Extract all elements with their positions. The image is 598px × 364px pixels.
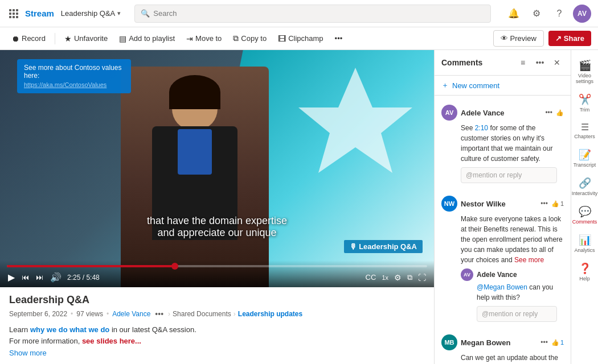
unfavorite-button[interactable]: ★ Unfavorite (60, 32, 112, 46)
comment-header: NW Nestor Wilke ••• 👍 1 (441, 196, 564, 212)
video-views: 97 views (76, 310, 103, 318)
meta-sep-1: • (71, 310, 73, 318)
time-display: 2:25 / 5:48 (67, 274, 100, 282)
comment-item: AV Adele Vance ••• 👍 See 2:10 for some o… (435, 100, 571, 191)
plus-icon: ＋ (441, 80, 449, 90)
interactivity-icon-item[interactable]: 🔗 Interactivity (571, 172, 598, 201)
skip-forward-button[interactable]: ⏭ (35, 272, 44, 283)
video-meta: September 6, 2022 • 97 views • Adele Van… (9, 308, 425, 320)
side-icon-label: Transcript (574, 162, 596, 168)
comment-like[interactable]: 👍 1 (551, 200, 564, 208)
transcript-icon-item[interactable]: 📝 Transcript (571, 144, 598, 172)
comment-more-button[interactable]: ••• (540, 338, 548, 346)
comments-header: Comments ≡ ••• ✕ (435, 50, 571, 76)
nav-title-area: Leadership Q&A ▾ (61, 9, 121, 18)
help-side-icon-item[interactable]: ❓ Help (571, 258, 598, 286)
fullscreen-button[interactable]: ⛶ (417, 272, 427, 283)
move-icon: ⇥ (186, 34, 193, 43)
show-more-button[interactable]: Show more (9, 349, 425, 357)
chapters-icon: ☰ (581, 122, 589, 133)
app-grid-icon[interactable] (7, 7, 21, 20)
video-author[interactable]: Adele Vance (112, 310, 150, 318)
record-button[interactable]: ⏺ Record (7, 32, 50, 46)
speed-button[interactable]: 1x (380, 273, 390, 282)
video-settings-icon-item[interactable]: 🎬 Video settings (571, 55, 598, 89)
side-icon-label: Interactivity (572, 191, 598, 196)
tooltip-link[interactable]: https://aka.ms/ContosoValues (24, 81, 107, 88)
progress-bar[interactable] (7, 265, 427, 267)
progress-fill (7, 265, 175, 267)
user-avatar[interactable]: AV (573, 5, 591, 23)
side-icon-label: Chapters (574, 134, 595, 139)
search-box[interactable]: 🔍 (134, 5, 491, 23)
video-title: Leadership Q&A (9, 294, 425, 306)
sort-comments-button[interactable]: ≡ (516, 56, 530, 69)
search-input[interactable] (153, 9, 485, 18)
new-comment-button[interactable]: ＋ New comment (435, 76, 571, 96)
comment-more-button[interactable]: ••• (545, 109, 552, 117)
add-to-playlist-button[interactable]: ▤ Add to playlist (114, 32, 179, 46)
comments-icon-item[interactable]: 💬 Comments (571, 201, 598, 229)
breadcrumb-leadership-updates[interactable]: Leadership updates (238, 310, 302, 318)
video-background: that have the domain expertise and appre… (0, 50, 434, 287)
author-more-button[interactable]: ••• (154, 308, 165, 320)
volume-button[interactable]: 🔊 (49, 271, 63, 284)
breadcrumb-chevron-1: › (168, 310, 170, 318)
reply-input[interactable]: @mention or reply (477, 306, 557, 322)
search-icon: 🔍 (141, 9, 150, 18)
copy-to-button[interactable]: ⧉ Copy to (228, 31, 271, 46)
side-icons-panel: 🎬 Video settings ✂️ Trim ☰ Chapters 📝 Tr… (571, 50, 598, 364)
timestamp-link[interactable]: 2:10 (475, 124, 488, 132)
subtitles-button[interactable]: CC (364, 272, 378, 283)
controls-row: ▶ ⏮ ⏭ 🔊 2:25 / 5:48 CC 1x ⚙ ⧉ ⛶ (7, 271, 427, 284)
skip-back-button[interactable]: ⏮ (21, 272, 30, 283)
desc-slides-link[interactable]: see slides here... (82, 337, 141, 345)
side-icon-label: Help (579, 276, 590, 282)
video-label-overlay: 🎙 Leadership Q&A (344, 240, 423, 253)
meta-sep-2: • (107, 310, 109, 318)
nav-icons-area: 🔔 ⚙ ? AV (505, 5, 591, 23)
clipchamp-button[interactable]: 🎞 Clipchamp (273, 32, 327, 46)
close-comments-button[interactable]: ✕ (550, 56, 564, 69)
thumbsup-icon: 👍 (551, 339, 559, 346)
video-date: September 6, 2022 (9, 310, 67, 318)
analytics-icon-item[interactable]: 📊 Analytics (571, 229, 598, 258)
video-player[interactable]: that have the domain expertise and appre… (0, 50, 434, 287)
play-button[interactable]: ▶ (7, 271, 16, 284)
preview-button[interactable]: 👁 Preview (493, 30, 544, 47)
trim-icon: ✂️ (579, 93, 591, 106)
video-person (121, 67, 269, 288)
analytics-icon: 📊 (579, 234, 591, 246)
pip-button[interactable]: ⧉ (406, 272, 413, 283)
desc-bold-link[interactable]: why we do what we do (30, 325, 109, 334)
clipchamp-icon: 🎞 (278, 34, 286, 43)
notifications-button[interactable]: 🔔 (505, 5, 523, 23)
nav-video-title[interactable]: Leadership Q&A (61, 9, 115, 18)
app-brand[interactable]: Stream (25, 9, 54, 18)
more-comments-button[interactable]: ••• (533, 56, 547, 69)
settings-video-button[interactable]: ⚙ (393, 272, 403, 283)
avatar: NW (441, 196, 457, 212)
comment-item: NW Nestor Wilke ••• 👍 1 Make sure everyo… (435, 191, 571, 330)
reply-input[interactable]: @mention or reply (461, 167, 557, 183)
video-tooltip: See more about Contoso values here: http… (17, 59, 131, 93)
comment-header: MB Megan Bowen ••• 👍 1 (441, 334, 564, 350)
comment-like[interactable]: 👍 (556, 109, 564, 117)
see-more-link[interactable]: See more (514, 256, 544, 264)
breadcrumb-shared-docs[interactable]: Shared Documents (173, 310, 231, 318)
comment-like[interactable]: 👍 1 (551, 339, 564, 346)
share-button[interactable]: ↗ Share (548, 31, 591, 46)
more-options-button[interactable]: ••• (330, 32, 347, 45)
chapters-icon-item[interactable]: ☰ Chapters (571, 117, 598, 144)
comment-body: Can we get an update about the new stock… (461, 353, 564, 364)
toolbar-sep-1 (55, 33, 55, 44)
mention[interactable]: @Megan Bowen (477, 283, 527, 291)
trim-icon-item[interactable]: ✂️ Trim (571, 89, 598, 117)
move-to-button[interactable]: ⇥ Move to (182, 32, 226, 46)
help-icon-button[interactable]: ? (550, 5, 568, 23)
video-section: that have the domain expertise and appre… (0, 50, 434, 364)
settings-icon-button[interactable]: ⚙ (527, 5, 546, 23)
video-toolbar: ⏺ Record ★ Unfavorite ▤ Add to playlist … (0, 27, 598, 50)
comment-more-button[interactable]: ••• (540, 200, 548, 208)
record-icon: ⏺ (11, 34, 19, 43)
